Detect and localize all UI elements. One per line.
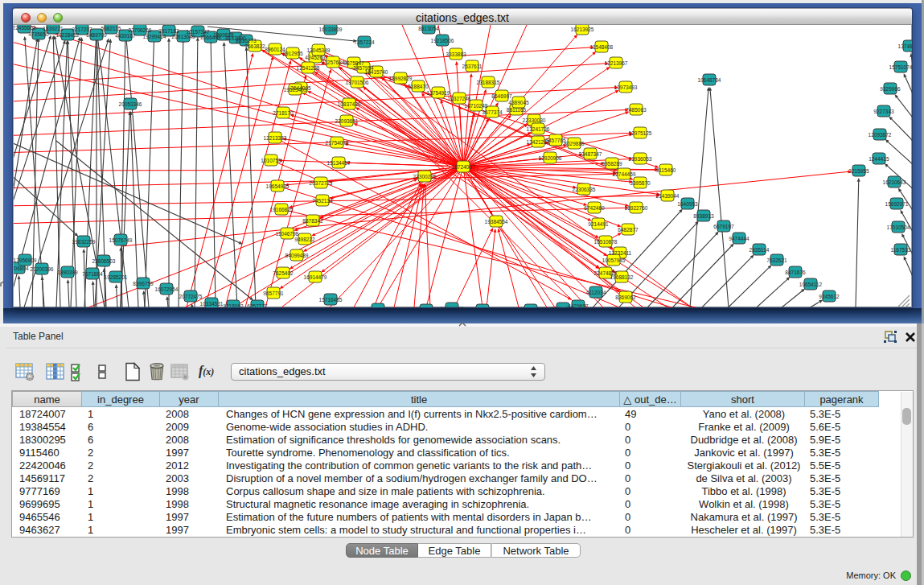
svg-text:8471676: 8471676 (785, 270, 806, 275)
svg-text:7632621: 7632621 (766, 257, 787, 263)
svg-text:8878342: 8878342 (302, 218, 323, 224)
svg-text:3215955: 3215955 (848, 168, 869, 174)
svg-text:22330030: 22330030 (523, 117, 546, 123)
svg-text:6742460: 6742460 (584, 205, 605, 211)
svg-text:9214491: 9214491 (588, 221, 609, 227)
svg-text:17010504: 17010504 (887, 225, 910, 230)
svg-text:3677374: 3677374 (482, 109, 503, 115)
svg-text:9245612: 9245612 (819, 294, 840, 299)
svg-text:10327246: 10327246 (448, 96, 471, 101)
svg-text:8806804: 8806804 (14, 266, 29, 271)
svg-text:22744459: 22744459 (613, 171, 636, 177)
svg-text:8029889: 8029889 (564, 141, 585, 146)
svg-text:12920906: 12920906 (539, 155, 562, 161)
svg-text:7485063: 7485063 (626, 107, 647, 113)
svg-text:22455603: 22455603 (14, 25, 36, 31)
svg-text:19523409: 19523409 (284, 87, 307, 93)
svg-text:22806503: 22806503 (92, 258, 116, 264)
svg-text:13421212: 13421212 (527, 139, 550, 145)
svg-text:4389045: 4389045 (508, 100, 529, 105)
svg-text:19299464: 19299464 (143, 34, 166, 39)
svg-text:10837430: 10837430 (338, 101, 361, 107)
svg-text:12213967: 12213967 (605, 60, 628, 66)
svg-text:1244415: 1244415 (869, 156, 889, 162)
svg-text:7452134: 7452134 (312, 198, 333, 204)
svg-text:3917183: 3917183 (158, 28, 179, 34)
svg-text:10057945: 10057945 (602, 257, 626, 263)
svg-text:13045349: 13045349 (307, 47, 331, 53)
svg-text:5188470: 5188470 (408, 84, 429, 89)
svg-text:21200396: 21200396 (31, 266, 54, 272)
svg-text:1167533: 1167533 (891, 247, 911, 253)
svg-text:11548408: 11548408 (590, 44, 614, 50)
svg-text:10323815: 10323815 (441, 306, 464, 308)
svg-text:8396759: 8396759 (133, 281, 154, 286)
svg-text:8336273: 8336273 (236, 38, 257, 43)
svg-text:12975125: 12975125 (629, 130, 652, 136)
svg-text:9958289: 9958289 (602, 161, 622, 167)
svg-text:16415740: 16415740 (365, 69, 388, 75)
svg-text:19285201: 19285201 (105, 274, 128, 280)
svg-text:1640953: 1640953 (677, 201, 698, 207)
svg-text:10710248: 10710248 (465, 103, 488, 109)
svg-text:15157347: 15157347 (187, 29, 210, 35)
svg-text:13732411: 13732411 (609, 250, 632, 256)
svg-text:11046798: 11046798 (276, 231, 299, 237)
svg-text:21754078: 21754078 (326, 140, 349, 146)
svg-text:9657791: 9657791 (263, 290, 284, 296)
svg-text:15751074: 15751074 (889, 64, 912, 70)
svg-text:8912955: 8912955 (282, 51, 303, 56)
svg-text:19384554: 19384554 (485, 219, 508, 225)
svg-text:12416912: 12416912 (415, 307, 438, 308)
svg-text:23487347: 23487347 (579, 151, 602, 157)
svg-text:4735650: 4735650 (28, 31, 49, 37)
svg-text:20813640: 20813640 (172, 34, 195, 39)
svg-text:3395870: 3395870 (630, 180, 651, 186)
svg-text:10334531: 10334531 (200, 301, 224, 307)
svg-text:9498222: 9498222 (294, 237, 315, 242)
svg-text:19654935: 19654935 (266, 183, 290, 189)
svg-text:15076749: 15076749 (109, 237, 133, 243)
svg-text:8813054: 8813054 (418, 26, 439, 31)
svg-text:17956909: 17956909 (14, 257, 37, 263)
svg-text:19218506: 19218506 (431, 38, 454, 43)
svg-text:10973493: 10973493 (614, 84, 638, 90)
svg-text:21257684: 21257684 (322, 60, 345, 65)
svg-text:19832259: 19832259 (72, 239, 96, 245)
svg-text:1839221: 1839221 (43, 26, 64, 31)
svg-text:6679197: 6679197 (713, 224, 734, 229)
svg-text:22306335: 22306335 (573, 187, 596, 192)
svg-text:16072954: 16072954 (155, 286, 179, 292)
svg-text:15180586: 15180586 (367, 307, 390, 308)
svg-text:13748244: 13748244 (898, 43, 912, 49)
svg-text:8369062: 8369062 (615, 295, 636, 300)
svg-text:16914479: 16914479 (304, 274, 327, 280)
svg-text:4439167: 4439167 (115, 33, 136, 39)
svg-text:18922760: 18922760 (625, 205, 648, 211)
svg-text:23936053: 23936053 (629, 156, 652, 162)
svg-text:10654112: 10654112 (799, 282, 823, 287)
svg-text:13701506: 13701506 (346, 80, 369, 85)
svg-text:15692971: 15692971 (885, 201, 909, 207)
svg-text:12093872: 12093872 (869, 132, 892, 138)
svg-text:19166825: 19166825 (270, 207, 294, 212)
svg-text:7625402: 7625402 (273, 270, 294, 276)
svg-text:8489709: 8489709 (86, 32, 107, 38)
svg-text:4112034: 4112034 (586, 290, 606, 295)
svg-text:84099489: 84099489 (285, 253, 309, 258)
svg-text:23300295: 23300295 (413, 174, 437, 179)
svg-text:16033809: 16033809 (319, 27, 343, 32)
svg-text:16210643: 16210643 (883, 179, 906, 185)
svg-text:6357277: 6357277 (247, 303, 268, 308)
svg-text:2537611: 2537611 (462, 64, 483, 69)
svg-text:16213925: 16213925 (571, 27, 594, 32)
svg-text:9474444: 9474444 (729, 236, 749, 241)
svg-text:10228452: 10228452 (56, 32, 80, 38)
svg-text:23706266: 23706266 (129, 27, 152, 33)
svg-text:7357224: 7357224 (354, 39, 375, 45)
svg-text:13134457: 13134457 (327, 160, 351, 166)
svg-text:19688132: 19688132 (610, 274, 634, 280)
svg-text:10648784: 10648784 (698, 77, 721, 83)
svg-text:9217207: 9217207 (72, 27, 92, 32)
svg-text:9115460: 9115460 (656, 167, 676, 173)
